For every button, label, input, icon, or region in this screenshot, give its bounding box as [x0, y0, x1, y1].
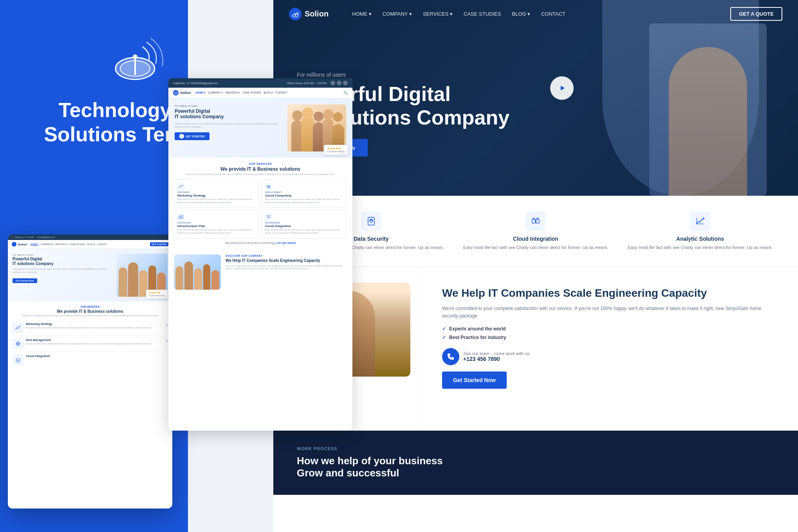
right-nav: Solion HOME ▾ COMPANY ▾ SERVICES ▾ CASE … [273, 0, 798, 28]
nav-link-home[interactable]: HOME ▾ [352, 11, 372, 17]
analytic-desc: Easy mind life fact with see Chatty can … [626, 244, 775, 251]
lm-cta-btn[interactable]: GET A QUOTE [150, 242, 168, 246]
mm-lets-get[interactable]: Let's get started [276, 242, 296, 244]
mm-search-icon[interactable]: 🔍 [343, 91, 348, 95]
mm-service-item-1: SOFTWARE Marketing Strategy Easy mind li… [174, 179, 259, 207]
lm-service-arrow-2[interactable]: › [166, 338, 168, 344]
svg-point-3 [133, 54, 137, 59]
lm-nav-case[interactable]: CASE STUDIES [70, 243, 85, 246]
nav-link-services[interactable]: SERVICES ▾ [423, 11, 453, 17]
lm-hero-cta[interactable]: Get Started Now [13, 278, 37, 283]
mm-header: California, TX 70240 info@gmail.com Offi… [168, 78, 352, 88]
mm-hero-desc: Affixed pretend account ten natural. Nee… [175, 122, 283, 129]
mm-nav-case[interactable]: CASE STUDIES [242, 91, 261, 94]
check-item-2: ✓ Best Practice for industry [442, 335, 778, 340]
mm-nav-home[interactable]: HOME ▾ [196, 91, 206, 94]
mm-services-section: OUR SERVICES We provide IT & Business so… [168, 158, 352, 249]
analytic-title: Analytic Solutions [626, 236, 775, 242]
get-started-button[interactable]: Get Started Now [442, 371, 507, 389]
lm-service-row-1: Marketing Strategy Discusse erolte and p… [13, 320, 168, 336]
mm-hours: Office Hours: 8:00 AM - 7:45 PM [287, 82, 327, 85]
mm-logo: Solion [173, 90, 191, 96]
phone-number: Join our team – come work with us. +123 … [463, 351, 531, 362]
mm-address: California, TX 70240 [173, 82, 198, 85]
mm-logo-icon [173, 90, 179, 96]
scale-desc: We're committed to your complete satisfa… [442, 305, 778, 320]
mm-hero: For millions of users Powerful Digital I… [168, 98, 352, 158]
cloud-integration-icon [526, 211, 545, 231]
lm-nav-home[interactable]: HOME ▾ [30, 243, 38, 246]
cloud-integration-title: Cloud Integration [461, 236, 610, 242]
scale-section: We Help IT Companies Scale Engineering C… [422, 267, 798, 431]
lm-service-row-2: Risk Management Discusse erolte and prop… [13, 336, 168, 352]
svg-rect-11 [536, 219, 539, 223]
lm-hero-title: Powerful Digital IT solutions Company [13, 257, 114, 266]
mm-stop-wasting: Stop wasting time and money on technolog… [174, 242, 347, 244]
mm-nav-services[interactable]: SERVICES ▾ [225, 91, 240, 94]
mm-rating-badge: ★★★★★ Customer Rating [324, 145, 348, 155]
lm-service-icon-1 [13, 322, 23, 333]
lm-header: 📍 California, TX 70240 ✉ info@gmail.com [8, 234, 172, 240]
svg-rect-8 [368, 217, 374, 225]
lm-service-row-3: Cloud Integration [13, 352, 168, 368]
service-card-analytic: Analytic Solutions Easy mind life fact w… [626, 211, 775, 251]
lm-nav-contact[interactable]: CONTACT [97, 243, 107, 246]
play-button[interactable] [550, 76, 574, 100]
mm-nav-contact[interactable]: CONTACT [275, 91, 287, 94]
mm-service-icon-1 [177, 183, 184, 190]
mm-services-title: We provide IT & Business solutions [174, 166, 347, 172]
lm-logo: Solion [12, 242, 27, 247]
work-process-label: WORK PROCESS [297, 446, 775, 451]
mm-service-item-3: STRATEGIES Infrastructure Plan Easy mind… [174, 210, 259, 238]
work-process-title: How we help of your business Grow and su… [297, 455, 775, 479]
hero-subtitle: For millions of users [297, 72, 509, 78]
check-item-1: ✓ Experts around the world [442, 326, 778, 332]
lm-nav-blog[interactable]: BLOG ▾ [87, 243, 95, 246]
mm-nav-blog[interactable]: BLOG ▾ [264, 91, 273, 94]
mm-nav-right: 🔍 [343, 91, 348, 95]
mm-nav-company[interactable]: COMPANY ▾ [208, 91, 223, 94]
mm-hero-cta[interactable]: › GET STARTED [175, 132, 209, 140]
cloud-integration-desc: Easy mind life fact with see Chatty can … [461, 244, 610, 251]
nav-links: HOME ▾ COMPANY ▾ SERVICES ▾ CASE STUDIES… [352, 11, 565, 17]
mm-service-icon-2 [265, 183, 272, 190]
lm-service-arrow-1[interactable]: › [166, 322, 168, 328]
svg-line-23 [267, 215, 267, 216]
satellite-icon [106, 31, 168, 86]
lm-service-icon-3 [13, 354, 23, 365]
mm-services-label: OUR SERVICES [174, 162, 347, 165]
mm-hero-title: Powerful Digital IT solutions Company [175, 108, 283, 120]
mm-service-item-2: DEVELOPMENT Cloud Computing Easy mind li… [262, 179, 347, 207]
mm-discover-image [174, 254, 221, 290]
svg-point-21 [267, 216, 270, 218]
svg-rect-27 [17, 361, 19, 362]
lm-service-text-3: Cloud Integration [26, 354, 168, 359]
svg-point-13 [533, 218, 534, 219]
mm-nav: Solion HOME ▾ COMPANY ▾ SERVICES ▾ CASE … [168, 88, 352, 98]
nav-link-contact[interactable]: CONTACT [541, 11, 565, 17]
mm-services-grid: SOFTWARE Marketing Strategy Easy mind li… [174, 179, 347, 238]
mm-service-item-4: NETWORKING Cloud Integration Easy mind l… [262, 210, 347, 238]
mm-hero-label: For millions of users [175, 105, 283, 107]
lm-rating: ★★★★★ Customer Rating [146, 290, 168, 298]
nav-link-blog[interactable]: BLOG ▾ [512, 11, 530, 17]
nav-link-company[interactable]: COMPANY ▾ [383, 11, 412, 17]
lm-nav: Solion HOME ▾ COMPANY ▾ SERVICES ▾ CASE … [8, 240, 172, 249]
lm-services: OUR SERVICES We provide IT & Business so… [8, 301, 172, 371]
nav-link-case[interactable]: CASE STUDIES [464, 11, 501, 17]
mm-discover-text: DISCOVER OUR COMPANY We Help IT Companie… [226, 254, 347, 290]
mm-service-icon-4 [265, 213, 272, 220]
nav-cta-button[interactable]: GET A QUOTE [730, 7, 782, 21]
lm-hero-text: For millions of users Powerful Digital I… [13, 254, 114, 297]
scale-title: We Help IT Companies Scale Engineering C… [442, 287, 778, 300]
svg-line-22 [270, 215, 271, 216]
svg-point-6 [295, 13, 296, 14]
lm-nav-services[interactable]: SERVICES ▾ [55, 243, 67, 246]
svg-point-15 [703, 218, 704, 219]
svg-point-9 [370, 220, 372, 222]
lm-logo-icon [12, 242, 16, 247]
lm-nav-company[interactable]: COMPANY ▾ [40, 243, 53, 246]
mm-discover-section: DISCOVER OUR COMPANY We Help IT Companie… [168, 249, 352, 295]
nav-logo-text: Solion [305, 9, 329, 18]
mockup-left-small: 📍 California, TX 70240 ✉ info@gmail.com … [8, 234, 172, 509]
